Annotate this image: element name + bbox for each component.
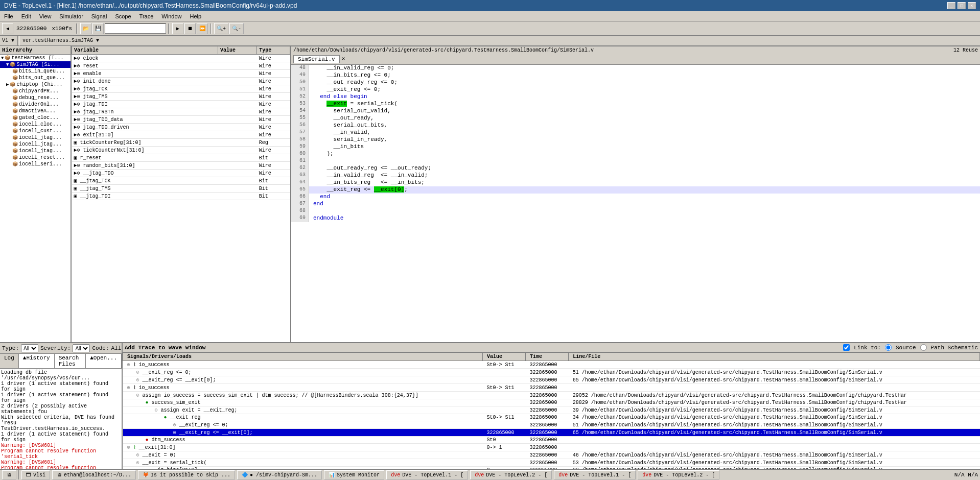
tree-item-divider[interactable]: 📦 dividerOnl... bbox=[0, 101, 71, 108]
taskbar-start-btn[interactable]: 🖥 bbox=[2, 470, 16, 479]
var-row-reset[interactable]: ►⊙ resetWire bbox=[72, 62, 290, 70]
trace-row-exit-reg-exit0[interactable]: ⊙ __exit_reg <= __exit[0]; 322865000 65 … bbox=[123, 376, 980, 384]
toolbar-stop-btn[interactable]: ⏹ bbox=[184, 23, 196, 34]
menu-help[interactable]: Help bbox=[185, 12, 205, 20]
trace-row-exit-reg-0b[interactable]: ⊙ __exit_reg <= 0; 322865000 51 /home/et… bbox=[123, 421, 980, 429]
taskbar-sysmon[interactable]: 📊 System Monitor bbox=[324, 470, 384, 479]
var-row-jtag-tck2[interactable]: ▣ __jtag_TCKBit bbox=[72, 177, 290, 185]
var-row-init-done[interactable]: ►⊙ init_doneWire bbox=[72, 78, 290, 85]
var-row-clock[interactable]: ►⊙ clockWire bbox=[72, 55, 290, 62]
trace-row-exit-31-0[interactable]: ⊕ ⌇ __exit[31:0] 0-> 1 322865000 bbox=[123, 444, 980, 451]
var-row-random-bits[interactable]: ►⊙ random_bits[31:0]Wire bbox=[72, 162, 290, 170]
var-row-jtag-tdi2[interactable]: ▣ __jtag_TDIBit bbox=[72, 193, 290, 200]
var-row-jtag-tdo2[interactable]: ►⊙ __jtag_TDOWire bbox=[72, 170, 290, 177]
tree-item-chipyardpr[interactable]: 📦 chipyardPR... bbox=[0, 88, 71, 94]
tree-item-chiptop[interactable]: ▶ 📦 chiptop (Chi... bbox=[0, 81, 71, 88]
trace-row-io-success-2[interactable]: ⊕ ⌇ io_success St0-> St1 322865000 bbox=[123, 384, 980, 392]
taskbar-vscode[interactable]: 🔷 ● /simv-chipyard-Sm... bbox=[237, 470, 322, 479]
code-tab-simserial[interactable]: SimSerial.v bbox=[293, 55, 340, 63]
trace-row-exit-serial-tick[interactable]: ⊙ __exit = serial_tick( 322865000 53 /ho… bbox=[123, 459, 980, 467]
trace-row-success-sim-exit[interactable]: ● success_sim_exit 322865000 28829 /home… bbox=[123, 399, 980, 406]
menu-window[interactable]: Window bbox=[157, 12, 185, 20]
menu-signal[interactable]: Signal bbox=[87, 12, 111, 20]
toolbar-save-btn[interactable]: 💾 bbox=[92, 23, 104, 34]
tree-item-bits-in[interactable]: 📦 bits_in_queu... bbox=[0, 68, 71, 75]
type-select[interactable]: All bbox=[21, 344, 38, 352]
menu-file[interactable]: File bbox=[0, 12, 17, 20]
log-tab-history[interactable]: ▲History bbox=[19, 354, 55, 368]
code-line-60: 60 ); bbox=[291, 151, 980, 158]
source-radio[interactable] bbox=[885, 344, 892, 351]
tree-item-debug[interactable]: 📦 debug_rese... bbox=[0, 94, 71, 101]
toolbar-play-btn[interactable]: ▶ bbox=[172, 23, 183, 34]
tree-item-dmactive[interactable]: 📦 dmactiveA... bbox=[0, 108, 71, 114]
trace-row-exit-reg-0[interactable]: ⊙ __exit_reg <= 0; 322865000 51 /home/et… bbox=[123, 369, 980, 376]
trace-table: Signals/Drivers/Loads Value Time Line/Fi… bbox=[123, 352, 980, 480]
var-row-exit[interactable]: ►⊙ exit[31:0]Wire bbox=[72, 131, 290, 139]
tree-item-iocell-seri[interactable]: 📦 iocell_seri... bbox=[0, 161, 71, 167]
log-tab-log[interactable]: Log bbox=[0, 354, 19, 368]
log-tab-search[interactable]: Search Files bbox=[55, 354, 86, 368]
tree-item-iocell-cust[interactable]: 📦 iocell_cust... bbox=[0, 128, 71, 134]
toolbar-open-btn[interactable]: 📂 bbox=[80, 23, 91, 34]
toolbar-search-input[interactable] bbox=[105, 23, 166, 34]
menu-view[interactable]: View bbox=[35, 12, 56, 20]
tree-item-gated-cloc[interactable]: 📦 gated_cloc... bbox=[0, 114, 71, 121]
trace-row-io-success-1[interactable]: ⊕ ⌇ io_success St0-> St1 322865000 bbox=[123, 361, 980, 369]
var-row-r-reset[interactable]: ▣ r_resetBit bbox=[72, 154, 290, 162]
var-row-jtag-trstn[interactable]: ►⊙ jtag_TRSTnWire bbox=[72, 108, 290, 116]
var-row-jtag-tck[interactable]: ►⊙ jtag_TCKWire bbox=[72, 85, 290, 93]
toolbar-zoom-out-btn[interactable]: 🔍- bbox=[229, 23, 244, 34]
close-button[interactable]: × bbox=[968, 2, 976, 9]
minimize-button[interactable]: _ bbox=[947, 2, 955, 9]
trace-row-assign-io-success[interactable]: ⊙ assign io_success = success_sim_exit |… bbox=[123, 392, 980, 399]
trace-row-assign-exit-reg[interactable]: ⊙ assign exit = __exit_reg; 322865000 39… bbox=[123, 406, 980, 414]
toolbar-zoom-in-btn[interactable]: 🔍+ bbox=[214, 23, 228, 34]
tree-item-simjtag[interactable]: ▼ 📦 SimJTAG (Si... bbox=[0, 61, 71, 68]
taskbar-dve3[interactable]: dve DVE - TopLevel.1 - [ bbox=[554, 470, 636, 479]
var-row-tickcounter-reg[interactable]: ▣ tickCounterReg[31:0]Reg bbox=[72, 139, 290, 147]
taskbar-terminal[interactable]: 🖥 ethan@localhost:~/D... bbox=[52, 470, 136, 479]
taskbar-dve2[interactable]: dve DVE - TopLevel.2 - [ bbox=[470, 470, 552, 479]
hierarchy-tree[interactable]: ▼ 📦 testHarness (T... ▼ 📦 SimJTAG (Si...… bbox=[0, 55, 71, 342]
var-row-enable[interactable]: ►⊙ enableWire bbox=[72, 70, 290, 78]
link-to-checkbox[interactable] bbox=[843, 344, 850, 351]
code-view[interactable]: 48 __in_valid_reg <= 0; 49 __in_bits_reg… bbox=[291, 65, 980, 342]
menu-edit[interactable]: Edit bbox=[17, 12, 35, 20]
log-tab-open[interactable]: ▲Open... bbox=[86, 354, 122, 368]
trace-col-linefile: Line/File bbox=[569, 353, 980, 361]
variables-table[interactable]: Variable Value Type ►⊙ clockWire ►⊙ rese… bbox=[72, 46, 290, 342]
var-row-tickcounter-nxt[interactable]: ►⊙ tickCounterNxt[31:0]Wire bbox=[72, 147, 290, 154]
trace-row-exit-assign-0[interactable]: ⊙ __exit = 0; 322865000 46 /home/ethan/D… bbox=[123, 451, 980, 459]
taskbar-dve4[interactable]: dve DVE - TopLevel.2 - [ bbox=[638, 470, 719, 479]
close-tab-icon[interactable]: ✕ bbox=[342, 55, 345, 63]
tree-item-iocell-reset[interactable]: 📦 iocell_reset... bbox=[0, 154, 71, 161]
var-row-jtag-tdo-data[interactable]: ►⊙ jtag_TDO_dataWire bbox=[72, 116, 290, 124]
var-row-jtag-tms[interactable]: ►⊙ jtag_TMSWire bbox=[72, 93, 290, 101]
tree-item-iocell-cloc[interactable]: 📦 iocell_cloc... bbox=[0, 121, 71, 128]
toolbar-btn-1[interactable]: ◀ bbox=[2, 23, 13, 34]
trace-row-exit-reg-exit0-selected[interactable]: ⊙ __exit_reg <= __exit[0]; 322865000 322… bbox=[123, 429, 980, 437]
tree-item-testharness[interactable]: ▼ 📦 testHarness (T... bbox=[0, 55, 71, 61]
menu-scope[interactable]: Scope bbox=[111, 12, 135, 20]
tree-item-bits-out[interactable]: 📦 bits_out_que... bbox=[0, 75, 71, 81]
var-row-jtag-tms2[interactable]: ▣ __jtag_TMSBit bbox=[72, 185, 290, 193]
path-schematic-radio[interactable] bbox=[920, 344, 927, 351]
tree-item-iocell-jtag2[interactable]: 📦 iocell_jtag... bbox=[0, 141, 71, 148]
taskbar-dve1[interactable]: dve DVE - TopLevel.1 - [ bbox=[386, 470, 468, 479]
taskbar-firefox[interactable]: 🦊 Is it possible to skip ... bbox=[138, 470, 235, 479]
var-row-jtag-tdo-driven[interactable]: ►⊙ jtag_TDO_drivenWire bbox=[72, 124, 290, 131]
log-panel: Type: All Severity: All Code: All Log ▲H… bbox=[0, 343, 123, 480]
trace-row-exit-reg-signal[interactable]: ● __exit_reg St0-> St1 322865000 34 /hom… bbox=[123, 414, 980, 421]
maximize-button[interactable]: □ bbox=[958, 2, 966, 9]
severity-select[interactable]: All bbox=[73, 344, 90, 352]
menu-simulator[interactable]: Simulator bbox=[55, 12, 87, 20]
taskbar-vlsi[interactable]: 🗔 vlsi bbox=[21, 470, 50, 479]
trace-content[interactable]: Signals/Drivers/Loads Value Time Line/Fi… bbox=[123, 352, 980, 480]
toolbar-step-btn[interactable]: ⏩ bbox=[197, 23, 208, 34]
tree-item-iocell-jtag1[interactable]: 📦 iocell_jtag... bbox=[0, 134, 71, 141]
trace-row-dtm-success[interactable]: ● dtm_success St0 322865000 bbox=[123, 437, 980, 444]
menu-trace[interactable]: Trace bbox=[135, 12, 158, 20]
tree-item-iocell-jtag3[interactable]: 📦 iocell_jtag... bbox=[0, 148, 71, 154]
var-row-jtag-tdi[interactable]: ►⊙ jtag_TDIWire bbox=[72, 101, 290, 108]
